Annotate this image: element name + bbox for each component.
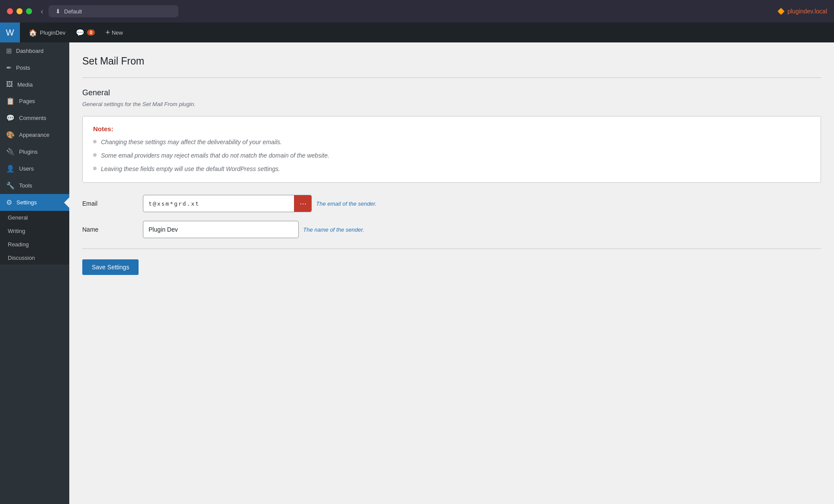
- tab-icon: ⬇: [55, 8, 61, 15]
- traffic-lights: [7, 8, 32, 14]
- admin-bar-comments[interactable]: 💬 0: [71, 23, 100, 42]
- settings-submenu: General Writing Reading Discussion: [0, 211, 69, 265]
- submenu-label-reading: Reading: [8, 241, 29, 248]
- section-description: General settings for the Set Mail From p…: [82, 101, 821, 107]
- sidebar-label-tools: Tools: [19, 182, 32, 189]
- name-label: Name: [82, 226, 134, 233]
- form-divider: [82, 249, 821, 249]
- bullet-2: [93, 153, 97, 157]
- sidebar-label-pages: Pages: [19, 98, 35, 104]
- sidebar: ⊞ Dashboard ✒ Posts 🖼 Media 📋 Pages 💬 Co…: [0, 42, 69, 504]
- url-icon: 🔶: [777, 8, 785, 15]
- site-name: PluginDev: [40, 29, 65, 36]
- sidebar-label-appearance: Appearance: [19, 132, 49, 138]
- comments-badge: 0: [87, 29, 95, 36]
- save-settings-button[interactable]: Save Settings: [82, 259, 139, 275]
- submenu-general[interactable]: General: [0, 211, 69, 224]
- sidebar-item-dashboard[interactable]: ⊞ Dashboard: [0, 42, 69, 59]
- submenu-label-discussion: Discussion: [8, 255, 35, 261]
- wp-wrapper: ⊞ Dashboard ✒ Posts 🖼 Media 📋 Pages 💬 Co…: [0, 42, 834, 504]
- sidebar-label-settings: Settings: [16, 199, 37, 206]
- note-item-1: Changing these settings may affect the d…: [93, 138, 810, 147]
- sidebar-item-tools[interactable]: 🔧 Tools: [0, 177, 69, 194]
- tools-icon: 🔧: [6, 181, 15, 190]
- browser-chrome: ‹ ⬇ Default 🔶 plugindev.local: [0, 0, 834, 23]
- pages-icon: 📋: [6, 97, 15, 105]
- main-content: Set Mail From General General settings f…: [69, 42, 834, 504]
- traffic-light-yellow[interactable]: [16, 8, 23, 14]
- note-item-2: Some email providers may reject emails t…: [93, 151, 810, 160]
- note-text-1: Changing these settings may affect the d…: [101, 138, 282, 147]
- sidebar-item-pages[interactable]: 📋 Pages: [0, 93, 69, 110]
- sidebar-label-posts: Posts: [16, 65, 30, 71]
- posts-icon: ✒: [6, 64, 12, 72]
- sidebar-item-plugins[interactable]: 🔌 Plugins: [0, 143, 69, 160]
- email-hint: The email of the sender.: [316, 200, 377, 207]
- submenu-label-general: General: [8, 214, 28, 221]
- plus-icon: +: [105, 28, 110, 37]
- bullet-3: [93, 167, 97, 170]
- notes-box: Notes: Changing these settings may affec…: [82, 116, 821, 183]
- browser-tab[interactable]: ⬇ Default: [48, 5, 178, 17]
- tab-label: Default: [64, 8, 82, 15]
- submenu-writing[interactable]: Writing: [0, 224, 69, 238]
- comments-sidebar-icon: 💬: [6, 114, 15, 122]
- email-input[interactable]: [143, 200, 294, 207]
- admin-bar-new[interactable]: + New: [100, 23, 128, 42]
- active-arrow: [64, 197, 69, 208]
- sidebar-item-posts[interactable]: ✒ Posts: [0, 59, 69, 76]
- email-input-container: ⋯: [143, 195, 312, 212]
- comments-icon: 💬: [76, 29, 84, 37]
- browser-back-button[interactable]: ‹: [41, 7, 43, 16]
- section-title: General: [82, 88, 821, 97]
- traffic-light-green[interactable]: [26, 8, 32, 14]
- sidebar-item-media[interactable]: 🖼 Media: [0, 76, 69, 93]
- admin-bar-items: 🏠 PluginDev 💬 0 + New: [20, 23, 128, 42]
- submenu-label-writing: Writing: [8, 228, 25, 234]
- sidebar-label-dashboard: Dashboard: [16, 48, 44, 54]
- sidebar-label-comments: Comments: [19, 115, 46, 121]
- wp-logo[interactable]: W: [0, 23, 20, 42]
- name-input-container: [143, 221, 299, 238]
- email-row: Email ⋯ The email of the sender.: [82, 195, 821, 212]
- email-input-wrap: ⋯ The email of the sender.: [143, 195, 377, 212]
- sidebar-label-media: Media: [17, 81, 32, 88]
- sidebar-item-users[interactable]: 👤 Users: [0, 160, 69, 177]
- sidebar-item-appearance[interactable]: 🎨 Appearance: [0, 126, 69, 143]
- plugins-icon: 🔌: [6, 148, 15, 156]
- note-text-2: Some email providers may reject emails t…: [101, 151, 330, 160]
- submenu-discussion[interactable]: Discussion: [0, 251, 69, 265]
- note-text-3: Leaving these fields empty will use the …: [101, 165, 280, 174]
- wp-admin-bar: W 🏠 PluginDev 💬 0 + New: [0, 23, 834, 42]
- sidebar-item-settings[interactable]: ⚙ Settings: [0, 194, 69, 211]
- url-text: plugindev.local: [787, 8, 827, 15]
- sidebar-label-users: Users: [19, 165, 34, 172]
- sidebar-item-comments[interactable]: 💬 Comments: [0, 110, 69, 126]
- notes-list: Changing these settings may affect the d…: [93, 138, 810, 174]
- settings-icon: ⚙: [6, 198, 12, 207]
- admin-bar-site[interactable]: 🏠 PluginDev: [23, 23, 71, 42]
- email-icon-button[interactable]: ⋯: [294, 195, 311, 212]
- name-input-wrap: The name of the sender.: [143, 221, 364, 238]
- new-label: New: [112, 29, 123, 36]
- dots-icon: ⋯: [300, 200, 307, 208]
- page-title: Set Mail From: [82, 55, 821, 67]
- home-icon: 🏠: [29, 29, 37, 37]
- email-label: Email: [82, 200, 134, 207]
- browser-url-bar: 🔶 plugindev.local: [184, 8, 827, 15]
- traffic-light-red[interactable]: [7, 8, 13, 14]
- bullet-1: [93, 140, 97, 143]
- appearance-icon: 🎨: [6, 131, 15, 139]
- users-icon: 👤: [6, 165, 15, 173]
- name-row: Name The name of the sender.: [82, 221, 821, 238]
- submenu-reading[interactable]: Reading: [0, 238, 69, 251]
- note-item-3: Leaving these fields empty will use the …: [93, 165, 810, 174]
- name-input[interactable]: [149, 226, 293, 233]
- dashboard-icon: ⊞: [6, 47, 12, 55]
- media-icon: 🖼: [6, 81, 13, 88]
- title-divider: [82, 78, 821, 78]
- name-hint: The name of the sender.: [303, 226, 364, 233]
- notes-title: Notes:: [93, 125, 810, 132]
- sidebar-label-plugins: Plugins: [19, 149, 38, 155]
